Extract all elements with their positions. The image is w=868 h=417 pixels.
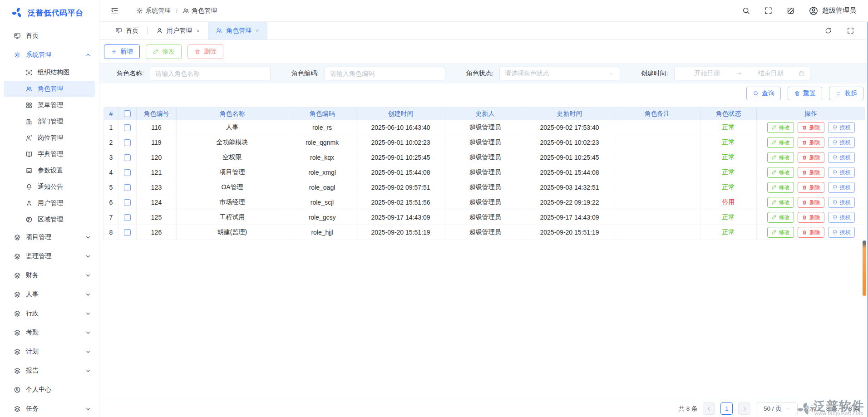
sidebar-item-region-management[interactable]: 区域管理 [4,211,95,228]
sidebar-item-post-management[interactable]: 岗位管理 [4,130,95,146]
row-checkbox[interactable] [124,184,131,191]
collapse-filters-button[interactable]: 收起 [829,87,863,100]
row-checkbox[interactable] [124,199,131,206]
breadcrumb-system-management[interactable]: 系统管理 [136,7,171,15]
row-edit-button[interactable]: 修改 [767,167,794,178]
sidebar-item-plan[interactable]: 计划 [0,342,99,361]
sidebar-item-notice[interactable]: 通知公告 [4,179,95,195]
row-auth-button[interactable]: 授权 [828,212,855,223]
row-checkbox[interactable] [124,124,131,131]
sidebar-item-report[interactable]: 报告 [0,361,99,380]
row-edit-button[interactable]: 修改 [767,122,794,133]
tab-role-management[interactable]: 角色管理 [208,22,267,39]
row-delete-button[interactable]: 删除 [798,152,824,163]
row-edit-button[interactable]: 修改 [767,197,794,208]
shield-icon [832,140,838,145]
row-delete-button[interactable]: 删除 [798,182,824,193]
sidebar-item-org-structure[interactable]: 组织结构图 [4,64,95,81]
tab-home[interactable]: 首页 [108,22,146,39]
edit-button[interactable]: 修改 [146,44,182,59]
sidebar-item-attendance[interactable]: 考勤 [0,323,99,342]
row-delete-button[interactable]: 删除 [798,122,824,133]
search-icon[interactable] [742,6,750,15]
search-button[interactable]: 查询 [746,87,781,100]
sidebar-item-hr[interactable]: 人事 [0,285,99,304]
filter-role-status: 角色状态: 请选择角色状态 [466,67,620,80]
chevron-down-icon [84,291,92,298]
row-edit-button[interactable]: 修改 [767,212,794,223]
sidebar-item-administration[interactable]: 行政 [0,304,99,323]
status-cell: 正常 [700,135,757,150]
row-delete-button-label: 删除 [809,229,820,236]
row-delete-button[interactable]: 删除 [798,212,824,223]
user-menu[interactable]: 超级管理员 [809,6,856,16]
page-size-select[interactable]: 50 / 页 [756,402,798,415]
row-auth-button[interactable]: 授权 [828,197,855,208]
sidebar-item-project-management[interactable]: 项目管理 [0,228,99,247]
sidebar-item-label: 菜单管理 [38,101,63,109]
row-edit-button[interactable]: 修改 [767,182,794,193]
sidebar-item-task[interactable]: 任务 [0,399,99,417]
scrollbar-thumb[interactable] [863,240,866,296]
sidebar-item-department-management[interactable]: 部门管理 [4,113,95,130]
current-page-button[interactable]: 1 [720,402,733,415]
row-delete-button[interactable]: 删除 [798,197,824,208]
sidebar-item-label: 行政 [26,309,39,318]
sidebar-item-user-management[interactable]: 用户管理 [4,195,95,211]
delete-button-label: 删除 [204,48,217,56]
row-auth-button[interactable]: 授权 [828,227,855,238]
row-delete-button[interactable]: 删除 [798,227,824,238]
sidebar-item-home[interactable]: 首页 [0,26,99,45]
bell-icon [25,183,33,191]
tab-close-icon[interactable] [196,29,200,33]
prev-page-button[interactable] [703,402,715,415]
add-button[interactable]: 新增 [104,44,140,59]
sidebar-item-dictionary-management[interactable]: 字典管理 [4,146,95,162]
row-checkbox[interactable] [124,139,131,146]
breadcrumb-role-management[interactable]: 角色管理 [182,7,217,15]
refresh-icon[interactable] [824,27,832,34]
sidebar-item-menu-management[interactable]: 菜单管理 [4,97,95,113]
expand-content-icon[interactable] [847,27,854,34]
row-auth-button[interactable]: 授权 [828,182,855,193]
row-edit-button[interactable]: 修改 [767,137,794,148]
role-status-select[interactable]: 请选择角色状态 [499,67,620,80]
role-code-input[interactable] [325,67,445,80]
select-all-checkbox[interactable] [124,110,131,117]
row-checkbox[interactable] [124,229,131,236]
cell-2: 126 [137,225,177,240]
cell-8 [614,195,700,210]
sidebar-item-personal-center[interactable]: 个人中心 [0,380,99,399]
sidebar-item-parameter-settings[interactable]: 参数设置 [4,162,95,179]
collapse-sidebar-icon[interactable] [110,6,119,15]
tab-close-icon[interactable] [255,29,260,33]
fullscreen-icon[interactable] [764,6,773,15]
row-auth-button[interactable]: 授权 [828,122,855,133]
row-edit-button[interactable]: 修改 [767,152,794,163]
users-icon [25,85,33,93]
layout-icon[interactable] [786,6,795,15]
status-cell: 正常 [700,225,757,240]
delete-button[interactable]: 删除 [187,44,223,59]
row-checkbox[interactable] [124,154,131,161]
tab-user-management[interactable]: 用户管理 [148,22,208,39]
header-actions: 超级管理员 [742,6,856,16]
edit-icon [771,230,777,235]
row-delete-button[interactable]: 删除 [798,137,824,148]
row-delete-button-label: 删除 [809,124,820,132]
sidebar-item-finance[interactable]: 财务 [0,266,99,285]
sidebar-item-supervision-management[interactable]: 监理管理 [0,247,99,266]
row-edit-button[interactable]: 修改 [767,227,794,238]
row-checkbox[interactable] [124,169,131,176]
next-page-button[interactable] [738,402,750,415]
row-auth-button[interactable]: 授权 [828,167,855,178]
row-checkbox[interactable] [124,214,131,221]
row-auth-button[interactable]: 授权 [828,152,855,163]
sidebar-item-system-management[interactable]: 系统管理 [0,45,99,64]
role-name-input[interactable] [150,67,271,80]
row-auth-button[interactable]: 授权 [828,137,855,148]
row-delete-button[interactable]: 删除 [798,167,824,178]
reset-button[interactable]: 重置 [788,87,822,100]
sidebar-item-role-management[interactable]: 角色管理 [4,81,95,97]
date-range-input[interactable]: 开始日期 结束日期 [674,67,810,80]
